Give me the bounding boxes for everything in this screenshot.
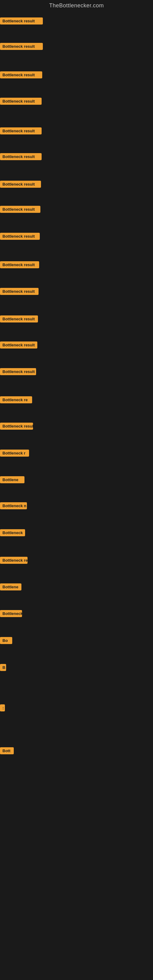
bottleneck-result-label: Bottlene xyxy=(0,584,21,590)
bottleneck-result-label: Bottleneck xyxy=(0,610,22,617)
bottleneck-result-label: Bottlene xyxy=(0,476,24,483)
bottleneck-result-label: Bottleneck result xyxy=(0,368,36,375)
bottleneck-result-label: Bottleneck result xyxy=(0,342,37,348)
bottleneck-result-label: B xyxy=(0,664,6,671)
bottleneck-result-label: : xyxy=(0,705,5,711)
bottleneck-result-label: Bottleneck result xyxy=(0,315,38,323)
bottleneck-result-label: Bo xyxy=(0,637,12,644)
bottleneck-result-label: Bottleneck result xyxy=(0,127,41,134)
bottleneck-result-label: Bottleneck result xyxy=(0,43,43,50)
bottleneck-result-label: Bottleneck result xyxy=(0,72,42,78)
bottleneck-result-label: Bottleneck re xyxy=(0,396,32,403)
bottleneck-result-label: Bottleneck r xyxy=(0,450,29,457)
bottleneck-result-label: Bottleneck result xyxy=(0,18,43,24)
bottleneck-result-label: Bott xyxy=(0,747,14,754)
bottleneck-result-label: Bottleneck result xyxy=(0,153,41,160)
bottleneck-result-label: Bottleneck result xyxy=(0,206,40,213)
bottleneck-result-label: Bottleneck xyxy=(0,529,25,536)
bottleneck-result-label: Bottleneck result xyxy=(0,233,40,240)
bottleneck-result-label: Bottleneck result xyxy=(0,288,38,295)
bottleneck-result-label: Bottleneck re xyxy=(0,557,27,564)
bottleneck-result-label: Bottleneck result xyxy=(0,261,39,268)
bottleneck-result-label: Bottleneck n xyxy=(0,502,27,509)
bottleneck-result-label: Bottleneck result xyxy=(0,181,41,188)
bottleneck-result-label: Bottleneck resul xyxy=(0,423,33,430)
bottleneck-result-label: Bottleneck result xyxy=(0,98,41,105)
site-title: TheBottlenecker.com xyxy=(0,0,153,11)
